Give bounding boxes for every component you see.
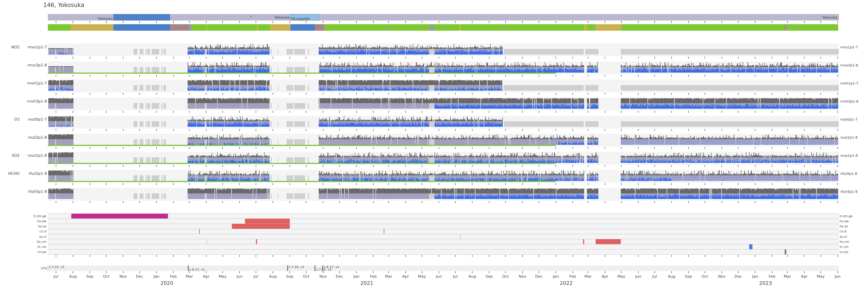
axis-month-label-11: Jun: [237, 274, 242, 278]
cf-version-label-4: 1.8.17, v1: [323, 265, 339, 269]
axis-month-label-21: Apr: [402, 274, 409, 278]
row-label-rout0p1-7: rout0p1-7: [28, 117, 47, 121]
event-row-label-hs.se: hs.se: [38, 225, 46, 228]
axis-month-label-22: May: [418, 274, 426, 278]
event-row-label-tc.cm: tc.cm: [38, 245, 46, 248]
axis-month-label-1: Aug: [69, 274, 77, 278]
axis-month-label-31: Feb: [569, 274, 576, 278]
timeline-canvas: [0, 0, 868, 294]
axis-month-label-44: Mar: [784, 274, 791, 278]
cf-version-label-2: 1.7.20, v1: [288, 265, 304, 269]
site-event-marker-icon: ✱: [250, 15, 252, 18]
event-row-label-hs.ew: hs.ew: [37, 220, 46, 223]
row-right-label-rsus1p1-8: rsus1p1-8: [840, 154, 858, 157]
row-right-label-rfus5p1-8: rfus5p1-8: [840, 172, 857, 175]
axis-year-label-2020: 2020: [160, 281, 174, 286]
axis-month-label-9: Apr: [203, 274, 210, 278]
event-row-right-label-hs.ew: hs.ew: [840, 220, 849, 223]
axis-month-label-3: Oct: [103, 274, 110, 278]
page-title: 146, Yokosuka: [43, 2, 85, 8]
cfs-label: CFs: [41, 267, 47, 270]
location-label-2: Yokosuka: [274, 16, 290, 19]
axis-month-label-38: Sep: [685, 274, 692, 278]
event-row-right-label-cn.it: cn.it: [840, 230, 846, 233]
axis-month-label-4: Nov: [119, 274, 127, 278]
axis-month-label-0: Jul: [54, 274, 58, 278]
axis-month-label-28: Nov: [519, 274, 526, 278]
axis-month-label-39: Oct: [702, 274, 708, 278]
row-right-label-rnvh3p1-8: rnvh3p1-8: [840, 99, 858, 103]
axis-year-label-2023: 2023: [759, 281, 772, 286]
axis-month-label-15: Oct: [303, 274, 309, 278]
axis-month-label-18: Jan: [353, 274, 360, 278]
axis-month-label-27: Oct: [502, 274, 509, 278]
axis-month-label-26: Sep: [486, 274, 493, 278]
axis-year-label-2022: 2022: [560, 281, 573, 286]
axis-month-label-42: Jan: [752, 274, 758, 278]
event-row-right-label-cn.po: cn.po: [840, 251, 848, 254]
row-right-label-rout0p1-7: rout0p1-7: [840, 118, 858, 121]
pandora-availability-plot: 146, Yokosuka YokosukaYokosukaElkridgeMD…: [0, 0, 868, 294]
event-row-label-tr.zm.ge: tr.zm.ge: [33, 214, 46, 218]
axis-month-label-37: Aug: [668, 274, 675, 278]
axis-month-label-25: Aug: [468, 274, 476, 278]
event-row-right-label-hs.cm: hs.cm: [840, 240, 849, 243]
axis-month-label-24: Jul: [453, 274, 458, 278]
row-label-rout2p1-8: rout2p1-8: [28, 136, 47, 139]
cf-version-label-1: 1.8.17, v1: [189, 268, 205, 271]
row-label-rsus1p1-8: rsus1p1-8: [28, 153, 47, 157]
axis-month-label-7: Feb: [170, 274, 177, 278]
event-row-right-label-su.cl: su.cl: [840, 235, 847, 238]
row-label-rnvh3p1-8: rnvh3p1-8: [27, 99, 47, 103]
axis-month-label-33: Apr: [601, 274, 608, 278]
axis-month-label-29: Dec: [535, 274, 542, 278]
axis-month-label-5: Dec: [136, 274, 144, 278]
axis-month-label-17: Dec: [336, 274, 343, 278]
event-row-label-hs.cm: hs.cm: [37, 240, 46, 243]
axis-month-label-12: Jul: [254, 274, 258, 278]
axis-month-label-30: Jan: [553, 274, 559, 278]
axis-month-label-6: Jan: [154, 274, 160, 278]
cf-version-label-0: 1.7.22, v1: [49, 265, 65, 269]
row-right-label-rnvs1p1-7: rnvs1p1-7: [840, 46, 858, 49]
row-right-label-rnvh1p1-7: rnvh1p1-7: [840, 82, 858, 85]
row-label-rnvh1p1-7: rnvh1p1-7: [27, 81, 47, 85]
event-row-label-cn.it: cn.it: [39, 230, 46, 233]
row-label-rfus5p1-8: rfus5p1-8: [28, 172, 47, 175]
row-label-rnvs1p1-7: rnvs1p1-7: [28, 45, 47, 49]
axis-month-label-16: Nov: [319, 274, 327, 278]
location-label-4: Yokosuka: [822, 16, 838, 19]
row-label-rfuh5p1-8: rfuh5p1-8: [28, 190, 47, 194]
gas-label-SO2: SO2: [12, 153, 20, 157]
event-row-label-su.cl: su.cl: [39, 235, 46, 238]
gas-label-HCHO: HCHO: [8, 172, 20, 175]
axis-month-label-47: Jun: [835, 274, 840, 278]
axis-month-label-19: Feb: [370, 274, 377, 278]
axis-year-label-2021: 2021: [360, 281, 373, 286]
event-row-right-label-hs.se: hs.se: [840, 225, 848, 228]
axis-month-label-46: May: [817, 274, 825, 278]
axis-month-label-40: Nov: [718, 274, 725, 278]
axis-month-label-2: Sep: [86, 274, 93, 278]
axis-month-label-14: Sep: [286, 274, 293, 278]
axis-month-label-20: Mar: [385, 274, 392, 278]
row-right-label-rfuh5p1-8: rfuh5p1-8: [840, 190, 858, 194]
axis-month-label-32: Mar: [584, 274, 592, 278]
axis-month-label-8: Mar: [186, 274, 193, 278]
event-row-label-cn.po: cn.po: [38, 251, 46, 254]
axis-month-label-23: Jun: [436, 274, 442, 278]
axis-month-label-45: Apr: [801, 274, 808, 278]
location-label-0: Yokosuka: [97, 17, 113, 20]
axis-month-label-13: Aug: [269, 274, 277, 278]
row-right-label-rnvs3p1-8: rnvs3p1-8: [840, 63, 858, 67]
gas-label-O3: O3: [14, 117, 20, 121]
location-label-3: ElkridgeMD: [291, 17, 310, 21]
axis-month-label-43: Feb: [769, 274, 776, 278]
axis-month-label-36: Jul: [652, 274, 657, 278]
event-row-right-label-tc.cm: tc.cm: [840, 245, 848, 248]
axis-month-label-10: May: [219, 274, 226, 278]
row-right-label-rout2p1-8: rout2p1-8: [840, 136, 858, 139]
axis-month-label-41: Dec: [735, 274, 742, 278]
row-label-rnvs3p1-8: rnvs3p1-8: [28, 63, 47, 67]
gas-label-NO2: NO2: [11, 45, 20, 49]
